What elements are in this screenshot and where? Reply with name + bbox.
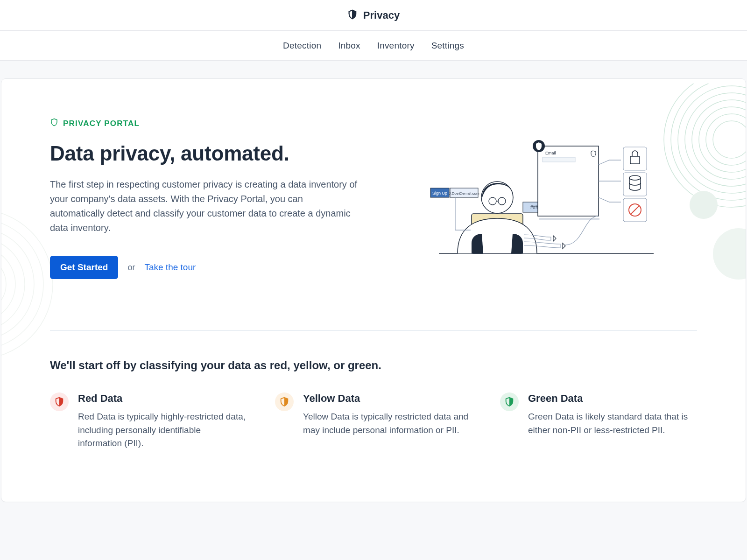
- svg-point-3: [692, 100, 746, 179]
- svg-text:J.Doe@email.com: J.Doe@email.com: [449, 191, 479, 196]
- svg-rect-34: [623, 173, 647, 196]
- take-tour-link[interactable]: Take the tour: [144, 262, 196, 273]
- yellow-data-title: Yellow Data: [303, 392, 471, 405]
- divider: [50, 330, 697, 331]
- svg-point-9: [1, 247, 15, 322]
- svg-text:Sign Up: Sign Up: [432, 191, 447, 196]
- shield-icon: [347, 9, 358, 21]
- main-nav: Detection Inbox Inventory Settings: [0, 31, 747, 61]
- get-started-button[interactable]: Get Started: [50, 256, 118, 279]
- svg-text:Email: Email: [545, 151, 556, 155]
- privacy-illustration: Sign Up J.Doe@email.com #### Email: [425, 118, 668, 258]
- svg-marker-41: [563, 243, 565, 249]
- shield-yellow-icon: [275, 392, 294, 411]
- green-data-title: Green Data: [528, 392, 696, 405]
- svg-point-17: [481, 182, 513, 213]
- svg-point-12: [1, 219, 43, 350]
- topbar: Privacy: [0, 0, 747, 31]
- red-data-title: Red Data: [78, 392, 246, 405]
- hero-description: The first step in respecting customer pr…: [50, 177, 358, 235]
- svg-marker-40: [553, 236, 556, 241]
- svg-rect-31: [543, 157, 575, 162]
- svg-point-11: [1, 228, 34, 340]
- shield-outline-icon: [50, 118, 58, 129]
- svg-point-0: [713, 121, 746, 158]
- shield-green-icon: [500, 392, 519, 411]
- or-text: or: [127, 263, 135, 273]
- hero-eyebrow-text: PRIVACY PORTAL: [63, 119, 140, 128]
- classify-title: We'll start off by classifying your data…: [50, 359, 697, 372]
- svg-point-1: [706, 114, 746, 165]
- nav-settings[interactable]: Settings: [431, 41, 464, 51]
- content-card: PRIVACY PORTAL Data privacy, automated. …: [1, 78, 746, 502]
- yellow-data-column: Yellow Data Yellow Data is typically res…: [275, 392, 472, 450]
- green-data-desc: Green Data is likely standard data that …: [528, 410, 696, 437]
- hero-illustration: Sign Up J.Doe@email.com #### Email: [395, 118, 697, 258]
- deco-dot: [713, 228, 746, 280]
- svg-point-13: [1, 210, 53, 359]
- red-data-desc: Red Data is typically highly-restricted …: [78, 410, 246, 450]
- yellow-data-desc: Yellow Data is typically restricted data…: [303, 410, 471, 437]
- shield-red-icon: [50, 392, 69, 411]
- svg-point-2: [699, 107, 746, 172]
- nav-inbox[interactable]: Inbox: [338, 41, 360, 51]
- page-title: Privacy: [363, 9, 400, 21]
- nav-inventory[interactable]: Inventory: [377, 41, 415, 51]
- nav-detection[interactable]: Detection: [283, 41, 321, 51]
- svg-point-10: [1, 238, 25, 331]
- red-data-column: Red Data Red Data is typically highly-re…: [50, 392, 247, 450]
- hero-title: Data privacy, automated.: [50, 142, 377, 165]
- svg-point-8: [1, 256, 6, 312]
- green-data-column: Green Data Green Data is likely standard…: [500, 392, 697, 450]
- hero-eyebrow: PRIVACY PORTAL: [50, 118, 377, 129]
